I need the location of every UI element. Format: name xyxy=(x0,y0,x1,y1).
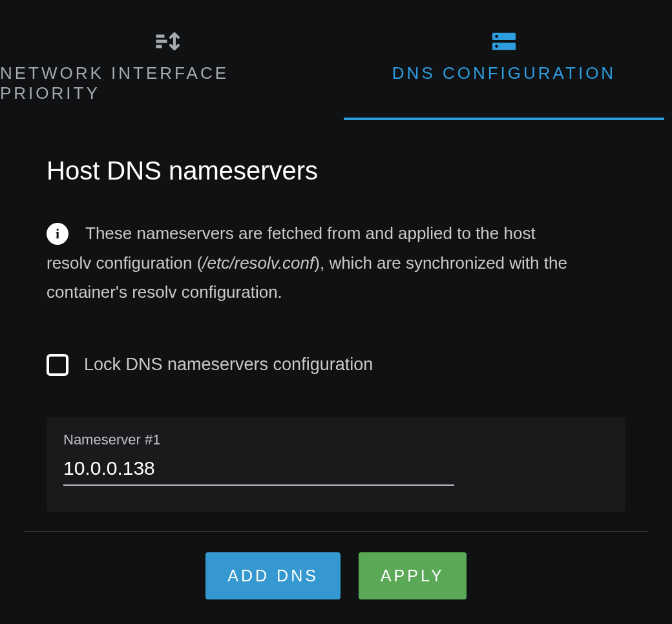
lock-dns-checkbox-label: Lock DNS nameservers configuration xyxy=(84,355,373,375)
tab-label: NETWORK INTERFACE PRIORITY xyxy=(0,63,336,103)
tab-dns-configuration[interactable]: DNS CONFIGURATION xyxy=(336,31,672,120)
info-text-line2-post: ), which are synchronized with the xyxy=(314,253,567,273)
info-text-line2-path: /etc/resolv.conf xyxy=(202,253,314,273)
lock-dns-checkbox-row[interactable]: Lock DNS nameservers configuration xyxy=(47,354,625,376)
tab-bar: NETWORK INTERFACE PRIORITY DNS CONFIGURA… xyxy=(0,0,672,120)
svg-rect-2 xyxy=(156,45,162,48)
nameserver-field-label: Nameserver #1 xyxy=(63,432,609,448)
add-dns-button[interactable]: ADD DNS xyxy=(205,552,341,599)
content-area: Host DNS nameservers i These nameservers… xyxy=(0,120,672,624)
svg-rect-1 xyxy=(156,40,167,43)
apply-button[interactable]: APPLY xyxy=(359,552,467,599)
button-row: ADD DNS APPLY xyxy=(47,552,625,625)
svg-point-6 xyxy=(495,45,498,48)
info-text-line3: container's resolv configuration. xyxy=(47,282,282,302)
tab-network-interface-priority[interactable]: NETWORK INTERFACE PRIORITY xyxy=(0,31,336,120)
info-note: i These nameservers are fetched from and… xyxy=(47,219,625,307)
divider xyxy=(25,531,647,532)
info-icon: i xyxy=(47,223,68,245)
priority-sort-icon xyxy=(155,31,181,52)
dns-server-icon xyxy=(491,31,517,52)
svg-rect-0 xyxy=(156,35,164,37)
nameserver-card: Nameserver #1 xyxy=(47,417,625,512)
lock-dns-checkbox[interactable] xyxy=(47,354,68,376)
section-title: Host DNS nameservers xyxy=(47,156,625,185)
tab-label: DNS CONFIGURATION xyxy=(392,63,616,83)
svg-point-5 xyxy=(495,35,498,38)
info-text-line2-pre: resolv configuration ( xyxy=(47,253,202,273)
info-text-line1: These nameservers are fetched from and a… xyxy=(85,219,536,249)
nameserver-input[interactable] xyxy=(63,455,454,486)
